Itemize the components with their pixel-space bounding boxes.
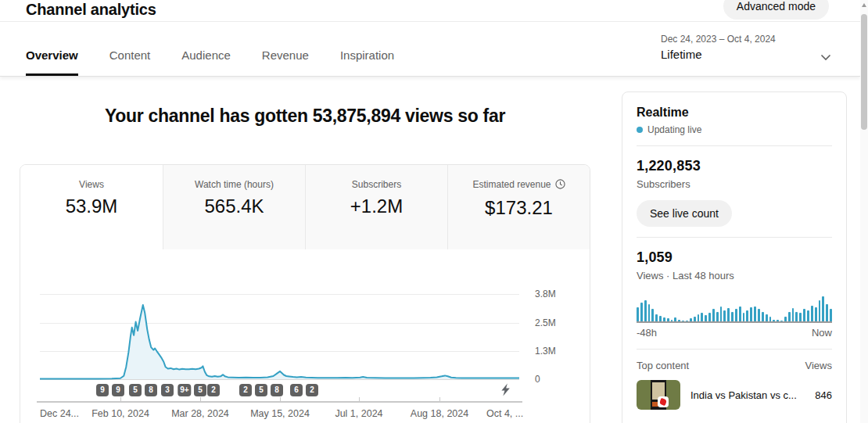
metric-tab-estimated-revenue[interactable]: Estimated revenue $173.21 bbox=[447, 165, 590, 249]
chart-badge[interactable]: 3 bbox=[161, 384, 174, 396]
chart-badge[interactable]: 5 bbox=[194, 384, 206, 396]
realtime-views-count: 1,059 bbox=[637, 249, 832, 266]
metric-label: Estimated revenue bbox=[448, 179, 590, 192]
vertical-scrollbar[interactable] bbox=[860, 0, 868, 423]
tab-inspiration[interactable]: Inspiration bbox=[340, 48, 394, 76]
realtime-bar bbox=[712, 309, 715, 321]
x-axis-label: Feb 10, 2024 bbox=[91, 408, 149, 419]
chart-badge[interactable]: 9 bbox=[112, 384, 124, 396]
axis-right-label: Now bbox=[812, 327, 832, 339]
metric-label: Subscribers bbox=[306, 179, 447, 190]
x-axis-tick bbox=[359, 397, 360, 401]
axis-left-label: -48h bbox=[637, 327, 657, 339]
realtime-subscribers-count: 1,220,853 bbox=[637, 158, 832, 174]
realtime-bar bbox=[766, 314, 768, 321]
video-thumbnail bbox=[637, 380, 680, 410]
realtime-bar bbox=[698, 314, 700, 321]
realtime-bar bbox=[788, 312, 791, 321]
chevron-down-icon bbox=[820, 51, 832, 66]
scroll-up-arrow-icon[interactable] bbox=[862, 3, 866, 7]
metric-tab-views[interactable]: Views 53.9M bbox=[20, 165, 163, 249]
x-axis-tick bbox=[280, 397, 281, 401]
realtime-bar bbox=[826, 304, 828, 321]
metric-tab-subscribers[interactable]: Subscribers +1.2M bbox=[305, 165, 447, 249]
tab-revenue[interactable]: Revenue bbox=[262, 48, 309, 76]
page-title: Channel analytics bbox=[26, 1, 156, 19]
realtime-bar bbox=[792, 308, 794, 321]
metric-value: 565.4K bbox=[163, 195, 305, 217]
realtime-bar bbox=[686, 321, 688, 321]
x-axis-label: Jul 1, 2024 bbox=[335, 408, 382, 419]
top-content-header: Top content Views bbox=[637, 360, 832, 371]
chart-badge[interactable]: 9 bbox=[96, 384, 109, 396]
flash-icon[interactable] bbox=[499, 383, 512, 400]
metric-tab-watch-time[interactable]: Watch time (hours) 565.4K bbox=[163, 165, 305, 249]
advanced-mode-button[interactable]: Advanced mode bbox=[723, 0, 829, 20]
realtime-bar bbox=[640, 303, 643, 321]
realtime-bar bbox=[777, 320, 779, 321]
realtime-bar bbox=[743, 313, 745, 321]
metric-value: $173.21 bbox=[448, 197, 590, 219]
chart-badge[interactable]: 5 bbox=[129, 384, 142, 396]
tab-audience[interactable]: Audience bbox=[181, 48, 231, 76]
realtime-bar bbox=[754, 306, 756, 321]
metric-label: Views bbox=[20, 179, 163, 190]
realtime-bar bbox=[671, 320, 673, 321]
subscribers-label: Subscribers bbox=[637, 178, 832, 190]
chart-badge[interactable]: 9+ bbox=[178, 384, 191, 396]
realtime-bar bbox=[807, 310, 809, 321]
realtime-bar bbox=[750, 307, 752, 321]
realtime-views-label: Views · Last 48 hours bbox=[637, 270, 832, 281]
realtime-bar bbox=[815, 307, 817, 321]
realtime-bar bbox=[644, 300, 647, 321]
realtime-bar bbox=[659, 316, 662, 321]
realtime-bar-chart[interactable] bbox=[637, 295, 832, 323]
header: Channel analytics Advanced mode Overview… bbox=[0, 0, 860, 77]
analytics-card: Views 53.9M Watch time (hours) 565.4K Su… bbox=[20, 164, 590, 423]
x-axis-label: Aug 18, 2024 bbox=[411, 408, 468, 419]
realtime-bar bbox=[667, 318, 669, 321]
y-axis-tick: 3.8M bbox=[535, 289, 576, 299]
divider bbox=[637, 237, 832, 238]
realtime-bar bbox=[762, 312, 764, 321]
chart-badge[interactable]: 8 bbox=[145, 384, 157, 396]
realtime-bar bbox=[739, 306, 741, 321]
realtime-bar bbox=[731, 312, 733, 321]
views-area-chart[interactable] bbox=[40, 286, 519, 384]
subheader: Overview Content Audience Revenue Inspir… bbox=[0, 22, 860, 76]
realtime-bar bbox=[663, 317, 665, 321]
date-range-picker[interactable]: Dec 24, 2023 – Oct 4, 2024 Lifetime bbox=[661, 34, 848, 76]
see-live-count-button[interactable]: See live count bbox=[637, 200, 732, 227]
chart-badge[interactable]: 2 bbox=[306, 384, 318, 396]
x-axis-tick bbox=[200, 397, 201, 401]
realtime-bar bbox=[746, 310, 748, 321]
realtime-bar bbox=[720, 306, 723, 321]
realtime-bar bbox=[678, 320, 680, 321]
realtime-bar bbox=[758, 309, 760, 321]
realtime-bar bbox=[780, 321, 783, 321]
views-headline: Your channel has gotten 53,875,894 views… bbox=[20, 106, 590, 127]
top-content-row[interactable]: India vs Pakistan vs c... 846 bbox=[637, 380, 832, 410]
chart-badge[interactable]: 6 bbox=[290, 384, 303, 396]
x-axis-label: Oct 4, ... bbox=[486, 408, 523, 419]
x-axis-tick bbox=[439, 397, 440, 401]
analytics-tabs: Overview Content Audience Revenue Inspir… bbox=[26, 48, 394, 76]
realtime-bar bbox=[651, 309, 654, 321]
updating-live-status: Updating live bbox=[637, 124, 832, 135]
realtime-bar bbox=[637, 307, 639, 321]
realtime-bar bbox=[735, 309, 737, 321]
clock-icon bbox=[555, 181, 565, 192]
chart-badge[interactable]: 8 bbox=[271, 384, 283, 396]
realtime-bar bbox=[784, 317, 787, 321]
chart-badge[interactable]: 2 bbox=[207, 384, 220, 396]
metric-label: Watch time (hours) bbox=[163, 179, 305, 190]
tab-overview[interactable]: Overview bbox=[26, 48, 78, 76]
top-content-label: Top content bbox=[637, 360, 689, 371]
tab-content[interactable]: Content bbox=[109, 48, 151, 76]
realtime-bar bbox=[795, 312, 798, 321]
x-axis-label: Mar 28, 2024 bbox=[171, 408, 229, 419]
metric-value: 53.9M bbox=[20, 195, 163, 217]
scrollbar-thumb[interactable] bbox=[861, 14, 867, 130]
chart-badge[interactable]: 5 bbox=[255, 384, 267, 396]
chart-badge[interactable]: 2 bbox=[239, 384, 252, 396]
